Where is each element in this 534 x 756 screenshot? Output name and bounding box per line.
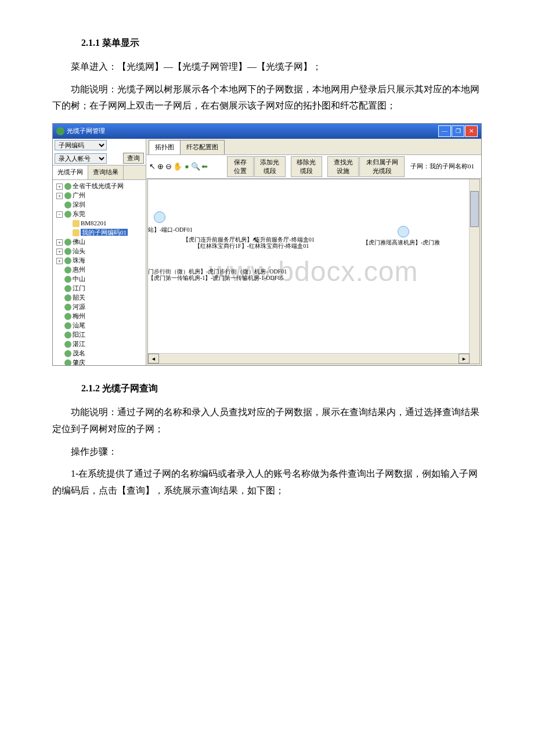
paragraph: 菜单进入：【光缆网】—【光缆子网管理】—【光缆子网】； bbox=[52, 59, 482, 75]
close-button[interactable]: ✕ bbox=[465, 125, 478, 137]
tab-cable-subnet[interactable]: 光缆子网 bbox=[53, 165, 88, 179]
tree-node[interactable]: 梅州 bbox=[53, 311, 146, 321]
right-panel: 拓扑图 纤芯配置图 ↖ ⊕ ⊖ ✋ ● 🔍 ⬅ 保存位置 添加光缆段 移除光缆段… bbox=[146, 139, 481, 365]
node-label: 站】-端口-ODF01 bbox=[148, 225, 193, 235]
cursor-icon: ↖ bbox=[252, 233, 259, 247]
magnifier-icon[interactable]: 🔍 bbox=[191, 161, 200, 172]
left-tabs: 光缆子网 查询结果 bbox=[53, 165, 146, 180]
left-panel: 子网编码 录入人帐号 查询 光缆子网 查询结果 +全省干线光缆子网 +广州 深圳… bbox=[53, 139, 146, 365]
tree-node[interactable]: 深圳 bbox=[53, 200, 146, 209]
query-button[interactable]: 查询 bbox=[123, 153, 144, 164]
paragraph: 1-在系统提供了通过子网的名称编码或者录入人的账号名称做为条件查询出子网数据，例… bbox=[52, 466, 482, 499]
paragraph: 操作步骤： bbox=[52, 444, 482, 460]
section-heading: 2.1.2 光缆子网查询 bbox=[81, 380, 482, 397]
filter-type-select[interactable]: 子网编码 bbox=[55, 140, 107, 150]
tree-node[interactable]: 肇庆 bbox=[53, 358, 146, 365]
horizontal-scrollbar[interactable]: ◄ ► bbox=[148, 353, 470, 363]
tree-node[interactable]: +广州 bbox=[53, 190, 146, 200]
right-tabs: 拓扑图 纤芯配置图 bbox=[146, 139, 481, 154]
scroll-left-icon[interactable]: ◄ bbox=[148, 354, 159, 363]
zoom-out-icon[interactable]: ⊖ bbox=[165, 161, 172, 172]
app-icon bbox=[56, 127, 64, 135]
tree-node[interactable]: +汕头 bbox=[53, 246, 146, 255]
tree-node[interactable]: 惠州 bbox=[53, 265, 146, 274]
tree-node[interactable]: 茂名 bbox=[53, 348, 146, 358]
subnet-tree[interactable]: +全省干线光缆子网 +广州 深圳 -东莞 BM82201 我的子网编码01 +佛… bbox=[53, 180, 146, 365]
tree-node[interactable]: +全省干线光缆子网 bbox=[53, 181, 146, 190]
globe-icon[interactable]: ● bbox=[183, 161, 190, 172]
tree-node[interactable]: 韶关 bbox=[53, 293, 146, 302]
tree-node[interactable]: 江门 bbox=[53, 283, 146, 293]
tree-node[interactable]: -东莞 bbox=[53, 209, 146, 218]
topology-node[interactable] bbox=[154, 211, 165, 223]
minimize-button[interactable]: — bbox=[438, 125, 451, 137]
node-label: 【虎门雅瑶高速机房】-虎门雅 bbox=[363, 237, 440, 248]
tab-fiber-config[interactable]: 纤芯配置图 bbox=[180, 140, 225, 154]
remove-segment-button[interactable]: 移除光缆段 bbox=[291, 156, 322, 177]
tab-query-result[interactable]: 查询结果 bbox=[88, 165, 124, 179]
window-title: 光缆子网管理 bbox=[67, 125, 105, 137]
tree-node[interactable]: 中山 bbox=[53, 274, 146, 283]
titlebar: 光缆子网管理 — ❐ ✕ bbox=[53, 124, 481, 139]
vertical-scrollbar[interactable] bbox=[469, 179, 479, 354]
paragraph: 功能说明：光缆子网以树形展示各个本地网下的子网数据，本地网用户登录后只展示其对应… bbox=[52, 81, 482, 115]
pointer-icon[interactable]: ↖ bbox=[149, 161, 156, 172]
topology-canvas[interactable]: www.bdocx.com 站】-端口-ODF01 【虎门连升前服务厅机房】-连… bbox=[147, 179, 480, 364]
tree-node[interactable]: 汕尾 bbox=[53, 321, 146, 330]
tree-node[interactable]: +珠海 bbox=[53, 255, 146, 265]
paragraph: 功能说明：通过子网的名称和录入人员查找对应的子网数据，展示在查询结果内，通过选择… bbox=[52, 404, 482, 438]
tab-topology[interactable]: 拓扑图 bbox=[149, 140, 181, 154]
tree-node[interactable]: 湛江 bbox=[53, 339, 146, 348]
tree-node[interactable]: BM82201 bbox=[53, 218, 146, 228]
add-segment-button[interactable]: 添加光缆段 bbox=[254, 156, 286, 177]
tree-node[interactable]: +佛山 bbox=[53, 237, 146, 246]
app-window: 光缆子网管理 — ❐ ✕ 子网编码 录入人帐号 查询 光缆子网 查询结果 +全省… bbox=[52, 123, 482, 366]
tree-node-selected[interactable]: 我的子网编码01 bbox=[53, 228, 146, 237]
scroll-right-icon[interactable]: ► bbox=[459, 354, 470, 363]
scroll-corner bbox=[470, 354, 479, 363]
tree-node[interactable]: 河源 bbox=[53, 302, 146, 311]
back-icon[interactable]: ⬅ bbox=[201, 161, 208, 172]
zoom-in-icon[interactable]: ⊕ bbox=[157, 161, 164, 172]
find-device-button[interactable]: 查找光设施 bbox=[327, 156, 359, 177]
save-location-button[interactable]: 保存位置 bbox=[227, 156, 254, 177]
hand-icon[interactable]: ✋ bbox=[173, 161, 182, 172]
tree-node[interactable]: 阳江 bbox=[53, 330, 146, 339]
maximize-button[interactable]: ❐ bbox=[452, 125, 464, 137]
toolbar: ↖ ⊕ ⊖ ✋ ● 🔍 ⬅ 保存位置 添加光缆段 移除光缆段 查找光设施 未归属… bbox=[146, 154, 481, 179]
section-heading: 2.1.1 菜单显示 bbox=[81, 35, 482, 52]
node-label: 【红林珠宝商行1F】-红林珠宝商行-终端盒01 bbox=[194, 241, 309, 251]
uncat-segment-button[interactable]: 未归属子网光缆段 bbox=[359, 156, 405, 177]
topology-node[interactable] bbox=[398, 226, 409, 237]
subnet-name-label: 子网：我的子网名称01 bbox=[406, 160, 479, 174]
node-label: 【虎门第一传输机房-1】-虎门第一传输机房-1-ODF05 bbox=[148, 273, 283, 283]
filter-user-select[interactable]: 录入人帐号 bbox=[55, 153, 107, 164]
